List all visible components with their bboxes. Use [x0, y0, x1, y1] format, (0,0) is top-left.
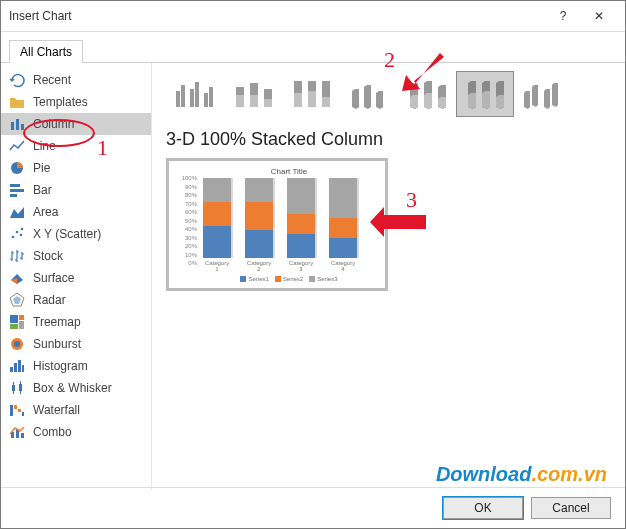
- svg-rect-15: [19, 321, 24, 329]
- sidebar-item-label: Templates: [33, 95, 88, 109]
- ok-button[interactable]: OK: [443, 497, 523, 519]
- help-button[interactable]: ?: [545, 5, 581, 27]
- annotation-arrow-2: [392, 51, 448, 97]
- svg-rect-4: [10, 184, 20, 187]
- sidebar-item-surface[interactable]: Surface: [1, 267, 151, 289]
- svg-point-9: [20, 234, 23, 237]
- subtype-100-stacked-column[interactable]: [282, 71, 340, 117]
- sidebar-item-scatter[interactable]: X Y (Scatter): [1, 223, 151, 245]
- svg-rect-16: [10, 324, 18, 329]
- chart-preview[interactable]: Chart Title 100%90%80%70%60%50%40%30%20%…: [166, 158, 388, 291]
- radar-icon: [9, 292, 25, 308]
- svg-rect-33: [21, 433, 24, 438]
- chart-bar: [329, 178, 357, 258]
- chart-bar: [287, 178, 315, 258]
- svg-marker-12: [13, 296, 21, 304]
- pie-icon: [9, 160, 25, 176]
- svg-rect-38: [204, 93, 208, 107]
- sidebar-item-waterfall[interactable]: Waterfall: [1, 399, 151, 421]
- sidebar-item-line[interactable]: Line: [1, 135, 151, 157]
- subtype-clustered-column[interactable]: [166, 71, 224, 117]
- title-bar: Insert Chart ? ✕: [1, 1, 625, 32]
- svg-point-18: [14, 341, 20, 347]
- tab-all-charts[interactable]: All Charts: [9, 40, 83, 63]
- svg-rect-2: [21, 124, 24, 130]
- subtype-3d-column[interactable]: [514, 71, 572, 117]
- sidebar-item-label: Combo: [33, 425, 72, 439]
- box-whisker-icon: [9, 380, 25, 396]
- help-icon: ?: [560, 9, 567, 23]
- svg-rect-39: [209, 87, 213, 107]
- svg-rect-6: [10, 194, 17, 197]
- chart-gallery: 3-D 100% Stacked Column Chart Title 100%…: [152, 63, 625, 490]
- annotation-number-3: 3: [406, 187, 417, 213]
- sidebar-item-box-whisker[interactable]: Box & Whisker: [1, 377, 151, 399]
- chart-bars: [199, 178, 379, 258]
- sidebar-item-column[interactable]: Column: [1, 113, 151, 135]
- annotation-number-2: 2: [384, 47, 395, 73]
- chart-legend: Series1Series2Series3: [199, 272, 379, 282]
- close-button[interactable]: ✕: [581, 5, 617, 27]
- svg-rect-37: [195, 82, 199, 107]
- sidebar-item-histogram[interactable]: Histogram: [1, 355, 151, 377]
- svg-rect-30: [22, 412, 24, 416]
- chart-bar: [203, 178, 231, 258]
- svg-rect-47: [294, 93, 302, 107]
- histogram-icon: [9, 358, 25, 374]
- sidebar-item-label: Surface: [33, 271, 74, 285]
- scatter-icon: [9, 226, 25, 242]
- svg-rect-13: [10, 315, 18, 323]
- sidebar-item-label: Area: [33, 205, 58, 219]
- close-icon: ✕: [594, 9, 604, 23]
- sidebar-item-treemap[interactable]: Treemap: [1, 311, 151, 333]
- svg-rect-43: [250, 95, 258, 107]
- svg-rect-20: [14, 363, 17, 372]
- sunburst-icon: [9, 336, 25, 352]
- sidebar-item-label: Recent: [33, 73, 71, 87]
- svg-rect-35: [181, 85, 185, 107]
- tab-label: All Charts: [20, 45, 72, 59]
- annotation-arrow-3: [370, 207, 430, 237]
- svg-rect-28: [14, 405, 17, 409]
- svg-rect-27: [10, 405, 13, 416]
- sidebar-item-templates[interactable]: Templates: [1, 91, 151, 113]
- dialog-footer: OK Cancel: [1, 487, 625, 528]
- sidebar-item-sunburst[interactable]: Sunburst: [1, 333, 151, 355]
- sidebar-item-label: Stock: [33, 249, 63, 263]
- svg-rect-0: [11, 122, 14, 130]
- insert-chart-dialog: Insert Chart ? ✕ All Charts Recent Templ…: [0, 0, 626, 529]
- chart-x-label: Category 3: [287, 260, 315, 272]
- svg-rect-29: [18, 409, 21, 412]
- sidebar-item-label: Bar: [33, 183, 52, 197]
- chart-preview-title: Chart Title: [199, 167, 379, 176]
- sidebar-item-bar[interactable]: Bar: [1, 179, 151, 201]
- svg-point-10: [21, 228, 24, 231]
- chart-bar: [245, 178, 273, 258]
- svg-point-7: [12, 236, 15, 239]
- line-icon: [9, 138, 25, 154]
- sidebar-item-label: Histogram: [33, 359, 88, 373]
- sidebar-item-combo[interactable]: Combo: [1, 421, 151, 443]
- sidebar-item-radar[interactable]: Radar: [1, 289, 151, 311]
- subtype-title: 3-D 100% Stacked Column: [166, 129, 617, 150]
- waterfall-icon: [9, 402, 25, 418]
- window-title: Insert Chart: [9, 9, 545, 23]
- sidebar-item-recent[interactable]: Recent: [1, 69, 151, 91]
- subtype-3d-clustered-column[interactable]: [340, 71, 398, 117]
- chart-x-labels: Category 1Category 2Category 3Category 4: [199, 258, 379, 272]
- svg-rect-1: [16, 119, 19, 130]
- watermark: Download.com.vn: [436, 463, 607, 486]
- sidebar-item-stock[interactable]: Stock: [1, 245, 151, 267]
- surface-icon: [9, 270, 25, 286]
- sidebar-item-pie[interactable]: Pie: [1, 157, 151, 179]
- subtype-3d-100-stacked-column[interactable]: [456, 71, 514, 117]
- column-icon: [9, 116, 25, 132]
- cancel-button[interactable]: Cancel: [531, 497, 611, 519]
- bar-icon: [9, 182, 25, 198]
- subtype-stacked-column[interactable]: [224, 71, 282, 117]
- svg-rect-34: [176, 91, 180, 107]
- sidebar-item-label: Waterfall: [33, 403, 80, 417]
- sidebar-item-area[interactable]: Area: [1, 201, 151, 223]
- svg-marker-52: [402, 53, 444, 91]
- svg-rect-51: [322, 97, 330, 107]
